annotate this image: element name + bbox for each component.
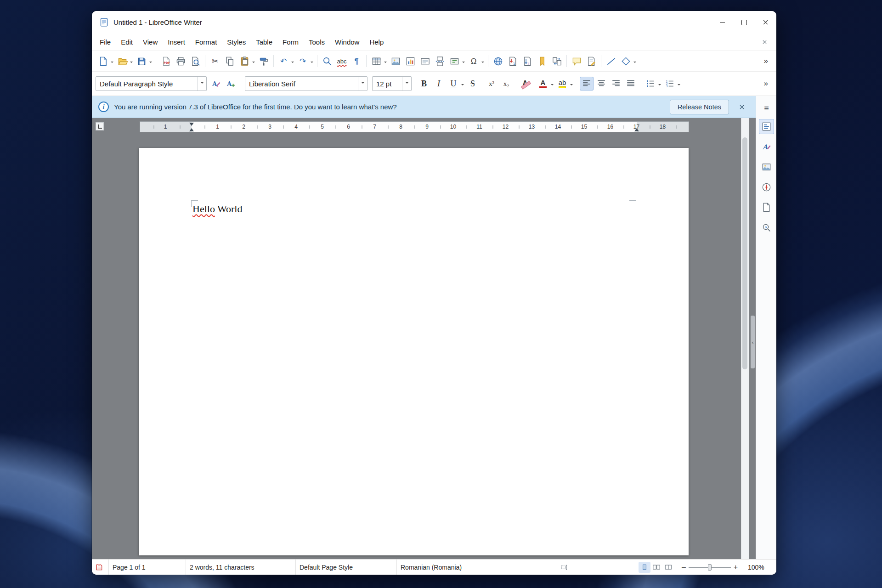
bold-button[interactable]: B [417,77,431,90]
first-line-indent-marker[interactable] [189,123,194,126]
paragraph-style-combobox[interactable]: Default Paragraph Style [96,76,207,91]
shapes-dropdown-arrow[interactable] [633,62,636,64]
page-style-cell[interactable]: Default Page Style [295,560,396,575]
superscript-button[interactable]: x² [485,77,498,90]
field-dropdown-arrow[interactable] [462,62,465,64]
minimize-button[interactable] [712,11,733,34]
scrollbar-thumb[interactable] [742,137,747,369]
release-notes-button[interactable]: Release Notes [670,100,729,114]
insert-image-button[interactable] [389,54,402,68]
formatting-marks-button[interactable]: ¶ [350,54,363,68]
paste-button[interactable] [237,54,251,68]
view-multi-page-button[interactable] [650,562,662,573]
align-left-button[interactable] [580,77,594,90]
bullet-list-dropdown-arrow[interactable] [658,84,661,87]
new-document-button[interactable] [96,54,110,68]
sidebar-tab-style-inspector[interactable] [759,220,774,235]
open-dropdown-arrow[interactable] [130,62,133,64]
paste-dropdown-arrow[interactable] [252,62,255,64]
misspelled-word[interactable]: Hello [192,203,215,215]
special-character-dropdown-arrow[interactable] [481,62,484,64]
view-single-page-button[interactable] [639,562,650,573]
save-status-button[interactable] [92,560,108,575]
tab-stop-selector[interactable] [96,122,104,130]
menu-item-help[interactable]: Help [364,34,389,51]
word-count-cell[interactable]: 2 words, 11 characters [186,560,295,575]
open-button[interactable] [115,54,129,68]
redo-button[interactable]: ↷ [296,54,310,68]
menu-item-view[interactable]: View [138,34,163,51]
view-book-button[interactable] [662,562,674,573]
font-name-combobox[interactable]: Liberation Serif [245,76,368,91]
insert-chart-button[interactable] [403,54,417,68]
zoom-slider-thumb[interactable] [708,564,712,571]
font-color-button[interactable]: A [536,77,550,90]
numbered-list-button[interactable] [663,77,677,90]
page-break-button[interactable] [433,54,447,68]
sidebar-collapse-grip[interactable]: ‹ [751,316,755,368]
print-preview-button[interactable] [188,54,202,68]
numbered-list-dropdown-arrow[interactable] [678,84,680,87]
menu-item-window[interactable]: Window [330,34,364,51]
underline-dropdown-arrow[interactable] [461,84,464,87]
italic-button[interactable]: I [432,77,446,90]
menu-item-file[interactable]: File [95,34,116,51]
export-pdf-button[interactable] [159,54,173,68]
page-count-cell[interactable]: Page 1 of 1 [108,560,186,575]
font-color-dropdown-arrow[interactable] [551,84,554,87]
menu-item-styles[interactable]: Styles [222,34,251,51]
menu-item-table[interactable]: Table [251,34,277,51]
cross-reference-button[interactable] [550,54,564,68]
sidebar-tab-styles[interactable] [759,139,774,154]
vertical-scrollbar[interactable] [741,118,749,559]
insert-endnote-button[interactable] [520,54,534,68]
align-justify-button[interactable] [624,77,638,90]
save-dropdown-arrow[interactable] [149,62,152,64]
basic-shapes-button[interactable] [619,54,633,68]
font-name-dropdown-arrow[interactable] [358,77,367,90]
clone-formatting-button[interactable] [257,54,271,68]
zoom-level[interactable]: 100% [744,560,771,575]
align-center-button[interactable] [594,77,608,90]
horizontal-ruler[interactable]: 1 1 2 3 4 5 6 7 8 9 10 11 12 13 [140,121,689,132]
undo-dropdown-arrow[interactable] [291,62,294,64]
table-dropdown-arrow[interactable] [384,62,387,64]
close-button[interactable] [755,11,776,34]
update-style-button[interactable] [209,77,223,90]
copy-button[interactable] [223,54,237,68]
sidebar-tab-page[interactable] [759,200,774,215]
insert-hyperlink-button[interactable] [491,54,505,68]
insert-bookmark-button[interactable] [535,54,549,68]
right-indent-marker[interactable] [634,128,639,131]
infobar-close-icon[interactable] [737,102,746,112]
save-button[interactable] [135,54,148,68]
subscript-button[interactable]: x₂ [499,77,513,90]
insert-field-button[interactable] [447,54,461,68]
print-button[interactable] [174,54,187,68]
sidebar-tab-gallery[interactable] [759,159,774,175]
undo-button[interactable]: ↶ [277,54,290,68]
document-text[interactable]: Hello World [192,203,242,215]
insert-textbox-button[interactable] [418,54,432,68]
align-right-button[interactable] [609,77,623,90]
menu-item-format[interactable]: Format [190,34,222,51]
zoom-out-icon[interactable]: – [679,563,689,571]
insert-footnote-button[interactable] [506,54,520,68]
new-style-button[interactable] [224,77,238,90]
font-size-combobox[interactable]: 12 pt [372,76,412,91]
menu-item-insert[interactable]: Insert [163,34,190,51]
menu-item-edit[interactable]: Edit [116,34,138,51]
highlight-color-button[interactable]: ab [555,77,569,90]
cut-button[interactable]: ✂ [208,54,222,68]
underline-button[interactable]: U [447,77,460,90]
clear-formatting-button[interactable]: A [518,77,532,90]
titlebar[interactable]: Untitled 1 - LibreOffice Writer [92,11,776,34]
font-size-dropdown-arrow[interactable] [402,77,411,90]
document-page[interactable]: Hello World [139,148,689,555]
maximize-button[interactable] [733,11,755,34]
special-character-button[interactable]: Ω [467,54,481,68]
insert-comment-button[interactable] [570,54,583,68]
document-text-rest[interactable]: World [215,203,243,215]
selection-mode-button[interactable] [557,560,577,575]
menu-item-form[interactable]: Form [277,34,304,51]
